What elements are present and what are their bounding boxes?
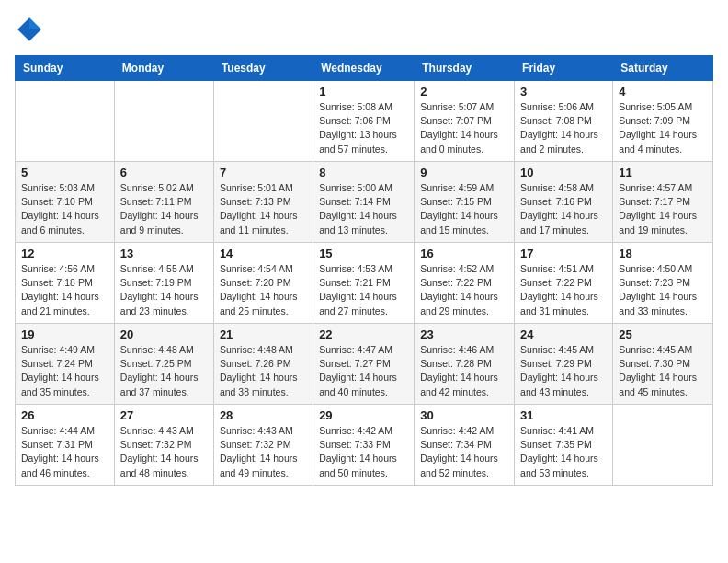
day-number: 15	[319, 247, 408, 260]
day-number: 12	[21, 247, 108, 260]
calendar-day-cell: 5Sunrise: 5:03 AM Sunset: 7:10 PM Daylig…	[16, 162, 115, 243]
calendar-day-cell: 19Sunrise: 4:49 AM Sunset: 7:24 PM Dayli…	[16, 324, 115, 405]
calendar-week-row: 5Sunrise: 5:03 AM Sunset: 7:10 PM Daylig…	[16, 162, 713, 243]
day-info: Sunrise: 4:56 AM Sunset: 7:18 PM Dayligh…	[21, 262, 108, 318]
day-number: 22	[319, 327, 408, 341]
calendar-day-cell: 26Sunrise: 4:44 AM Sunset: 7:31 PM Dayli…	[16, 405, 115, 486]
day-number: 8	[319, 166, 408, 179]
day-info: Sunrise: 4:51 AM Sunset: 7:22 PM Dayligh…	[520, 262, 607, 318]
day-info: Sunrise: 5:01 AM Sunset: 7:13 PM Dayligh…	[220, 181, 307, 237]
calendar-day-cell: 28Sunrise: 4:43 AM Sunset: 7:32 PM Dayli…	[213, 405, 313, 486]
day-info: Sunrise: 4:54 AM Sunset: 7:20 PM Dayligh…	[220, 262, 307, 318]
day-number: 3	[520, 85, 607, 98]
day-info: Sunrise: 4:47 AM Sunset: 7:27 PM Dayligh…	[319, 343, 408, 399]
calendar-day-cell: 10Sunrise: 4:58 AM Sunset: 7:16 PM Dayli…	[515, 162, 613, 243]
day-info: Sunrise: 4:57 AM Sunset: 7:17 PM Dayligh…	[619, 181, 707, 237]
day-number: 31	[520, 408, 607, 422]
calendar-day-cell: 2Sunrise: 5:07 AM Sunset: 7:07 PM Daylig…	[415, 81, 515, 162]
calendar-week-row: 19Sunrise: 4:49 AM Sunset: 7:24 PM Dayli…	[16, 324, 713, 405]
calendar-day-cell: 13Sunrise: 4:55 AM Sunset: 7:19 PM Dayli…	[114, 243, 213, 324]
logo-icon	[15, 15, 44, 44]
day-number: 9	[420, 166, 508, 179]
day-number: 25	[619, 327, 707, 341]
day-number: 11	[619, 166, 707, 179]
calendar-day-cell: 14Sunrise: 4:54 AM Sunset: 7:20 PM Dayli…	[213, 243, 313, 324]
logo	[15, 15, 48, 44]
calendar-day-cell	[213, 81, 313, 162]
day-info: Sunrise: 4:48 AM Sunset: 7:25 PM Dayligh…	[120, 343, 208, 399]
day-number: 24	[520, 327, 607, 341]
calendar-day-cell: 23Sunrise: 4:46 AM Sunset: 7:28 PM Dayli…	[415, 324, 515, 405]
day-info: Sunrise: 4:48 AM Sunset: 7:26 PM Dayligh…	[220, 343, 307, 399]
calendar-day-cell: 22Sunrise: 4:47 AM Sunset: 7:27 PM Dayli…	[313, 324, 415, 405]
day-info: Sunrise: 4:45 AM Sunset: 7:29 PM Dayligh…	[520, 343, 607, 399]
day-number: 17	[520, 247, 607, 260]
calendar-day-cell: 29Sunrise: 4:42 AM Sunset: 7:33 PM Dayli…	[313, 405, 415, 486]
day-info: Sunrise: 4:49 AM Sunset: 7:24 PM Dayligh…	[21, 343, 108, 399]
day-number: 16	[420, 247, 508, 260]
day-info: Sunrise: 5:07 AM Sunset: 7:07 PM Dayligh…	[420, 100, 508, 156]
day-number: 18	[619, 247, 707, 260]
day-info: Sunrise: 4:58 AM Sunset: 7:16 PM Dayligh…	[520, 181, 607, 237]
weekday-header-row: SundayMondayTuesdayWednesdayThursdayFrid…	[16, 56, 713, 81]
page-header	[15, 15, 713, 44]
day-info: Sunrise: 4:42 AM Sunset: 7:34 PM Dayligh…	[420, 424, 508, 480]
day-number: 26	[21, 408, 108, 422]
calendar-day-cell: 11Sunrise: 4:57 AM Sunset: 7:17 PM Dayli…	[613, 162, 713, 243]
calendar-day-cell: 21Sunrise: 4:48 AM Sunset: 7:26 PM Dayli…	[213, 324, 313, 405]
day-info: Sunrise: 4:43 AM Sunset: 7:32 PM Dayligh…	[120, 424, 208, 480]
day-info: Sunrise: 4:41 AM Sunset: 7:35 PM Dayligh…	[520, 424, 607, 480]
day-info: Sunrise: 5:02 AM Sunset: 7:11 PM Dayligh…	[120, 181, 208, 237]
calendar-day-cell: 30Sunrise: 4:42 AM Sunset: 7:34 PM Dayli…	[415, 405, 515, 486]
day-info: Sunrise: 4:45 AM Sunset: 7:30 PM Dayligh…	[619, 343, 707, 399]
calendar-day-cell: 17Sunrise: 4:51 AM Sunset: 7:22 PM Dayli…	[515, 243, 613, 324]
weekday-header-cell: Thursday	[415, 56, 515, 81]
weekday-header-cell: Tuesday	[213, 56, 313, 81]
calendar-day-cell: 6Sunrise: 5:02 AM Sunset: 7:11 PM Daylig…	[114, 162, 213, 243]
day-number: 19	[21, 327, 108, 341]
calendar-table: SundayMondayTuesdayWednesdayThursdayFrid…	[15, 55, 713, 486]
day-info: Sunrise: 4:43 AM Sunset: 7:32 PM Dayligh…	[220, 424, 307, 480]
calendar-day-cell: 15Sunrise: 4:53 AM Sunset: 7:21 PM Dayli…	[313, 243, 415, 324]
calendar-day-cell: 3Sunrise: 5:06 AM Sunset: 7:08 PM Daylig…	[515, 81, 613, 162]
calendar-day-cell: 12Sunrise: 4:56 AM Sunset: 7:18 PM Dayli…	[16, 243, 115, 324]
day-number: 4	[619, 85, 707, 98]
weekday-header-cell: Saturday	[613, 56, 713, 81]
weekday-header-cell: Friday	[515, 56, 613, 81]
day-number: 5	[21, 166, 108, 179]
calendar-day-cell: 16Sunrise: 4:52 AM Sunset: 7:22 PM Dayli…	[415, 243, 515, 324]
calendar-day-cell: 24Sunrise: 4:45 AM Sunset: 7:29 PM Dayli…	[515, 324, 613, 405]
calendar-day-cell	[114, 81, 213, 162]
calendar-body: 1Sunrise: 5:08 AM Sunset: 7:06 PM Daylig…	[16, 81, 713, 486]
calendar-day-cell	[613, 405, 713, 486]
calendar-week-row: 1Sunrise: 5:08 AM Sunset: 7:06 PM Daylig…	[16, 81, 713, 162]
day-number: 1	[319, 85, 408, 98]
day-number: 2	[420, 85, 508, 98]
day-info: Sunrise: 4:42 AM Sunset: 7:33 PM Dayligh…	[319, 424, 408, 480]
calendar-day-cell: 20Sunrise: 4:48 AM Sunset: 7:25 PM Dayli…	[114, 324, 213, 405]
calendar-day-cell: 4Sunrise: 5:05 AM Sunset: 7:09 PM Daylig…	[613, 81, 713, 162]
day-info: Sunrise: 5:03 AM Sunset: 7:10 PM Dayligh…	[21, 181, 108, 237]
day-info: Sunrise: 4:59 AM Sunset: 7:15 PM Dayligh…	[420, 181, 508, 237]
day-number: 7	[220, 166, 307, 179]
calendar-day-cell: 9Sunrise: 4:59 AM Sunset: 7:15 PM Daylig…	[415, 162, 515, 243]
day-info: Sunrise: 4:53 AM Sunset: 7:21 PM Dayligh…	[319, 262, 408, 318]
calendar-day-cell: 18Sunrise: 4:50 AM Sunset: 7:23 PM Dayli…	[613, 243, 713, 324]
day-info: Sunrise: 5:06 AM Sunset: 7:08 PM Dayligh…	[520, 100, 607, 156]
calendar-day-cell: 7Sunrise: 5:01 AM Sunset: 7:13 PM Daylig…	[213, 162, 313, 243]
calendar-day-cell: 31Sunrise: 4:41 AM Sunset: 7:35 PM Dayli…	[515, 405, 613, 486]
calendar-week-row: 26Sunrise: 4:44 AM Sunset: 7:31 PM Dayli…	[16, 405, 713, 486]
calendar-day-cell: 27Sunrise: 4:43 AM Sunset: 7:32 PM Dayli…	[114, 405, 213, 486]
calendar-day-cell	[16, 81, 115, 162]
svg-marker-1	[29, 17, 41, 29]
day-number: 23	[420, 327, 508, 341]
day-number: 30	[420, 408, 508, 422]
day-info: Sunrise: 4:44 AM Sunset: 7:31 PM Dayligh…	[21, 424, 108, 480]
day-number: 14	[220, 247, 307, 260]
weekday-header-cell: Sunday	[16, 56, 115, 81]
calendar-day-cell: 8Sunrise: 5:00 AM Sunset: 7:14 PM Daylig…	[313, 162, 415, 243]
weekday-header-cell: Wednesday	[313, 56, 415, 81]
calendar-day-cell: 25Sunrise: 4:45 AM Sunset: 7:30 PM Dayli…	[613, 324, 713, 405]
day-number: 10	[520, 166, 607, 179]
calendar-day-cell: 1Sunrise: 5:08 AM Sunset: 7:06 PM Daylig…	[313, 81, 415, 162]
